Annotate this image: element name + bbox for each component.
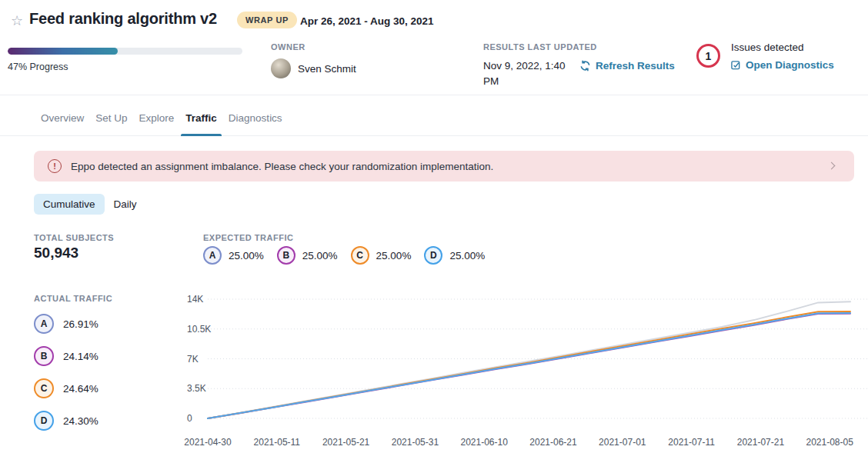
progress-label: 47% Progress [8, 62, 68, 72]
actual-traffic-value-d: 24.30% [63, 415, 98, 427]
header-divider [0, 95, 868, 95]
variant-badge-c: C [34, 378, 54, 398]
tab-diagnostics[interactable]: Diagnostics [224, 110, 287, 135]
progress-bar [8, 48, 242, 55]
x-tick-2021-05-11: 2021-05-11 [254, 437, 301, 448]
page-title: Feed ranking algorithm v2 [29, 10, 217, 28]
expected-traffic-value-b: 25.00% [302, 250, 338, 261]
x-tick-2021-08-05: 2021-08-05 [806, 437, 854, 448]
expected-traffic-item-c: C25.00% [351, 246, 412, 265]
experiment-page: ☆ Feed ranking algorithm v2 WRAP UP Apr … [0, 0, 868, 463]
status-badge: WRAP UP [237, 12, 297, 28]
actual-traffic-label: ACTUAL TRAFFIC [34, 294, 112, 303]
variant-badge-d: D [424, 246, 442, 265]
x-tick-2021-07-11: 2021-07-11 [668, 437, 715, 448]
x-tick-2021-05-31: 2021-05-31 [392, 437, 439, 448]
owner-avatar[interactable] [271, 58, 291, 78]
view-toggle: Cumulative Daily [34, 194, 146, 215]
progress-bar-fill [8, 48, 118, 55]
variant-badge-b: B [34, 346, 54, 366]
favorite-star-icon[interactable]: ☆ [11, 12, 23, 29]
chevron-right-icon[interactable] [828, 162, 836, 170]
x-tick-2021-05-21: 2021-05-21 [322, 437, 370, 448]
series-line-d [208, 313, 850, 418]
expected-traffic-value-a: 25.00% [229, 250, 264, 261]
actual-traffic-list: A26.91%B24.14%C24.64%D24.30% [34, 314, 98, 431]
actual-traffic-item-c: C24.64% [34, 378, 98, 398]
actual-traffic-item-b: B24.14% [34, 346, 98, 366]
refresh-icon [579, 60, 591, 72]
expected-traffic-label: EXPECTED TRAFFIC [203, 233, 293, 242]
total-subjects-label: TOTAL SUBJECTS [34, 233, 114, 242]
results-updated-value: Nov 9, 2022, 1:40 PM [483, 58, 571, 90]
toggle-cumulative[interactable]: Cumulative [34, 194, 105, 215]
tab-set-up[interactable]: Set Up [91, 110, 132, 135]
experiment-date-range: Apr 26, 2021 - Aug 30, 2021 [300, 15, 434, 27]
variant-badge-a: A [34, 314, 54, 334]
actual-traffic-value-c: 24.64% [63, 383, 98, 395]
issues-count-badge: 1 [696, 44, 720, 68]
expected-traffic-value-d: 25.00% [449, 250, 485, 261]
x-tick-2021-07-01: 2021-07-01 [599, 437, 646, 448]
y-tick-0: 0 [187, 413, 192, 424]
open-diagnostics-label: Open Diagnostics [746, 59, 834, 71]
open-diagnostics-link[interactable]: Open Diagnostics [731, 59, 834, 71]
actual-traffic-value-a: 26.91% [63, 318, 98, 330]
tabs: OverviewSet UpExploreTrafficDiagnostics [0, 110, 868, 136]
owner-name: Sven Schmit [298, 63, 356, 75]
series-line-a [208, 301, 850, 418]
expected-traffic-item-a: A25.00% [203, 246, 264, 265]
warning-icon: ! [48, 159, 62, 173]
actual-traffic-value-b: 24.14% [63, 351, 98, 362]
toggle-daily[interactable]: Daily [105, 194, 146, 215]
owner-label: OWNER [271, 42, 305, 52]
diagnostics-checklist-icon [731, 60, 741, 70]
imbalance-alert-banner: ! Eppo detected an assignment imbalance.… [34, 151, 854, 182]
x-tick-2021-07-21: 2021-07-21 [737, 437, 785, 448]
y-tick-14K: 14K [187, 294, 203, 305]
refresh-results-button[interactable]: Refresh Results [579, 60, 675, 72]
tab-explore[interactable]: Explore [135, 110, 179, 135]
expected-traffic-value-c: 25.00% [376, 250, 412, 261]
issues-detected-text: Issues detected [731, 42, 804, 53]
variant-badge-b: B [277, 246, 295, 265]
tab-overview[interactable]: Overview [36, 110, 88, 135]
tab-traffic[interactable]: Traffic [181, 110, 222, 135]
variant-badge-c: C [351, 246, 369, 265]
variant-badge-d: D [34, 411, 54, 431]
actual-traffic-item-d: D24.30% [34, 411, 98, 431]
x-tick-2021-06-21: 2021-06-21 [529, 437, 577, 448]
x-tick-2021-04-30: 2021-04-30 [184, 437, 232, 448]
total-subjects-value: 50,943 [34, 245, 78, 261]
refresh-results-label: Refresh Results [596, 60, 675, 72]
expected-traffic-list: A25.00%B25.00%C25.00%D25.00% [203, 246, 485, 265]
y-tick-7K: 7K [187, 354, 199, 365]
expected-traffic-item-d: D25.00% [424, 246, 485, 265]
results-updated-label: RESULTS LAST UPDATED [483, 42, 597, 52]
y-tick-3.5K: 3.5K [187, 383, 206, 394]
alert-message: Eppo detected an assignment imbalance. P… [71, 161, 493, 172]
actual-traffic-item-a: A26.91% [34, 314, 98, 334]
x-tick-2021-06-10: 2021-06-10 [461, 437, 509, 448]
expected-traffic-item-b: B25.00% [277, 246, 338, 265]
y-tick-10.5K: 10.5K [187, 324, 211, 335]
variant-badge-a: A [203, 246, 222, 265]
traffic-chart: 03.5K7K10.5K14K2021-04-302021-05-112021-… [177, 292, 868, 458]
